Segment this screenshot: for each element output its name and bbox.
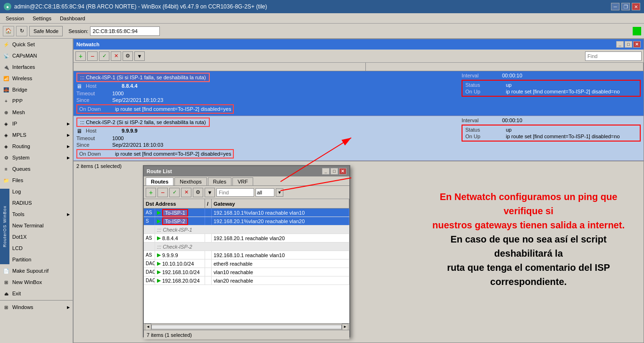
sidebar-item-partition[interactable]: 💾 Partition [0,254,73,265]
titlebar-left: ● admin@2C:C8:1B:65:8C:94 (RB ARCO NORTE… [4,3,267,10]
info-line2: nuestros gateways tienen salida a intern… [432,220,625,230]
netwatch-enable-button[interactable]: ✓ [99,51,109,61]
route-row-dac2[interactable]: DAC ▶ 192.168.10.0/24 vlan10 reachable [144,268,349,276]
session-input[interactable] [90,26,160,36]
netwatch-close[interactable]: ✕ [633,41,641,48]
route-row-dac3[interactable]: DAC ▶ 192.168.20.0/24 vlan20 reachable [144,276,349,285]
netwatch-filter-button[interactable]: ▼ [134,51,145,61]
menu-dashboard[interactable]: Dashboard [56,15,89,22]
ip-arrow: ▶ [67,122,70,126]
sidebar-item-capsman[interactable]: 📡 CAPsMAN [0,50,73,61]
exit-icon: ⏏ [3,290,9,297]
app-icon: ● [4,3,11,10]
close-button[interactable]: ✕ [632,3,640,10]
netwatch-remove-button[interactable]: − [87,51,98,61]
route-scrollbar[interactable]: ◄ ► [144,323,349,330]
interfaces-icon: 🔌 [3,64,9,70]
route-remove-button[interactable]: − [157,188,168,197]
sidebar-item-dot1x[interactable]: ◉ Dot1X [0,231,73,243]
sidebar-item-mpls[interactable]: ◈ MPLS ▶ [0,129,73,141]
sidebar-item-queues[interactable]: ≡ Queues [0,163,73,175]
tab-nexthops[interactable]: Nexthops [174,177,206,185]
refresh-button[interactable]: ↻ [16,26,27,36]
entry2-onup: On Up ip route set [find comment=To-ISP-… [465,133,637,140]
row4-dst: ▶ 8.8.4.4 [155,234,205,242]
route-filter-button[interactable]: ▼ [205,188,215,197]
sidebar-item-bridge[interactable]: 🌉 Bridge [0,84,73,95]
sidebar-item-new-winbox[interactable]: ⊞ New WinBox [0,276,73,288]
row1-active-icon: ▶ [157,209,161,216]
route-row-to-isp2[interactable]: S ▶ To-ISP-2 192.168.20.1%vlan20 reachab… [144,217,349,226]
row6-sep [205,251,212,259]
safemode-button[interactable]: Safe Mode [29,26,63,36]
route-find-input[interactable] [216,188,254,197]
netwatch-entry-2[interactable]: ::: Check-ISP-2 (Si si ISP-2 falla, se d… [74,116,644,161]
netwatch-find-input[interactable] [585,51,642,61]
col-gateway: Gateway [212,199,349,208]
netwatch-disable-button[interactable]: ✕ [111,51,121,61]
route-row-dac1[interactable]: DAC ▶ 10.10.10.0/24 ether8 reachable [144,259,349,268]
sidebar-item-system[interactable]: ⚙ System ▶ [0,152,73,163]
route-disable-button[interactable]: ✕ [181,188,191,197]
sidebar-item-mesh[interactable]: ⊕ Mesh [0,107,73,118]
route-row-check-isp2[interactable]: AS ▶ 9.9.9.9 192.168.10.1 reachable vlan… [144,251,349,259]
netwatch-minimize[interactable]: _ [616,41,624,48]
tab-vrf[interactable]: VRF [232,177,253,185]
row1-gateway: 192.168.10.1%vlan10 reachable vlan10 [212,209,349,217]
scroll-track[interactable] [151,325,342,329]
entry2-title-box: ::: Check-ISP-2 (Si si ISP-2 falla, se d… [76,117,210,127]
sidebar-item-files[interactable]: 📁 Files [0,175,73,186]
sidebar-item-quickset[interactable]: ⚡ Quick Set [0,39,73,50]
supout-icon: 📄 [3,268,9,274]
netwatch-add-button[interactable]: + [75,51,86,61]
sidebar-item-exit[interactable]: ⏏ Exit [0,288,73,299]
route-row-check-isp2-comment[interactable]: ::: Check-ISP-2 [144,243,349,251]
col-sort[interactable]: / [205,199,212,208]
sidebar-item-log[interactable]: 📋 Log [0,186,73,197]
routelist-minimize[interactable]: _ [322,168,330,175]
routelist-maximize[interactable]: □ [330,168,338,175]
scroll-right-button[interactable]: ► [342,324,348,330]
info-overlay: En Netwatch configuramos un ping que ver… [422,190,635,289]
route-all-select[interactable] [256,188,274,197]
sidebar-item-wireless[interactable]: 📶 Wireless [0,73,73,84]
netwatch-settings-button[interactable]: ⚙ [123,51,133,61]
sidebar-item-tools[interactable]: 🔧 Tools ▶ [0,209,73,220]
tab-routes[interactable]: Routes [146,177,173,185]
tab-rules[interactable]: Rules [208,177,231,185]
sidebar-item-radius[interactable]: 👤 RADIUS [0,197,73,209]
netwatch-maximize[interactable]: □ [625,41,632,48]
sidebar-item-label: System [12,155,30,160]
minimize-button[interactable]: ─ [611,3,619,10]
windows-icon: ⊞ [3,304,9,310]
route-row-check-isp1-comment[interactable]: ::: Check-ISP-1 [144,226,349,234]
to-isp1-label: To-ISP-1 [162,209,188,217]
row9-gateway: vlan20 reachable [212,276,349,284]
sidebar-item-new-terminal[interactable]: ⬛ New Terminal [0,220,73,231]
row2-dst: ▶ To-ISP-2 [155,217,205,225]
sidebar-item-routing[interactable]: ◈ Routing ▶ [0,141,73,152]
sidebar-item-lcd[interactable]: ▦ LCD [0,243,73,254]
row1-type: AS [144,209,155,217]
route-settings-button[interactable]: ⚙ [193,188,203,197]
sidebar-item-make-supout[interactable]: 📄 Make Supout.rif [0,265,73,276]
route-row-check-isp1[interactable]: AS ▶ 8.8.4.4 192.168.20.1 reachable vlan… [144,234,349,243]
route-row-to-isp1[interactable]: AS ▶ To-ISP-1 192.168.10.1%vlan10 reacha… [144,209,349,217]
bridge-icon: 🌉 [3,86,9,93]
home-button[interactable]: 🏠 [3,26,14,36]
scroll-left-button[interactable]: ◄ [145,324,151,330]
route-dropdown-button[interactable]: ▼ [276,188,283,197]
sidebar-item-interfaces[interactable]: 🔌 Interfaces [0,61,73,73]
route-add-button[interactable]: + [146,188,156,197]
sidebar-item-ip[interactable]: ◈ IP ▶ [0,118,73,129]
menu-session[interactable]: Session [2,15,28,22]
netwatch-entry-1[interactable]: ::: Check-ISP-1 (Si si ISP-1 falla, se d… [74,71,644,116]
restore-button[interactable]: ❐ [621,3,630,10]
sidebar-item-ppp[interactable]: + PPP [0,95,73,107]
routelist-close[interactable]: ✕ [339,168,347,175]
sidebar-item-windows[interactable]: ⊞ Windows ▶ [0,301,73,313]
route-enable-button[interactable]: ✓ [169,188,180,197]
entry2-ondown-box: On Down ip route set [find comment=To-IS… [76,149,234,159]
menu-settings[interactable]: Settings [29,15,55,22]
sidebar-item-label: PPP [12,98,23,104]
